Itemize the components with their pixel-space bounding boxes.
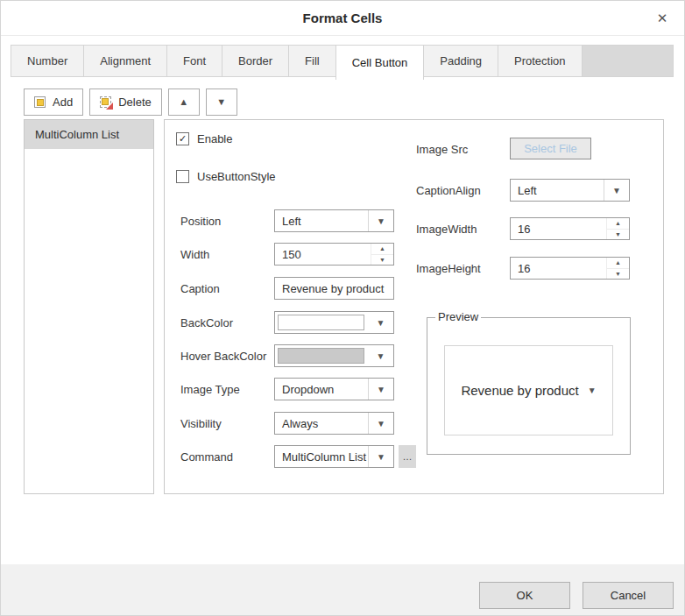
tab-cell-button[interactable]: Cell Button <box>335 45 425 80</box>
image-height-label: ImageHeight <box>416 262 481 275</box>
command-dropdown-arrow-button[interactable]: ▼ <box>368 446 393 467</box>
hover-backcolor-dropdown-arrow-button[interactable]: ▼ <box>368 345 393 366</box>
command-dropdown[interactable]: MultiColumn List ▼ <box>274 445 394 468</box>
check-icon: ✓ <box>179 134 187 144</box>
spin-up-icon: ▲ <box>615 259 621 266</box>
enable-label: Enable <box>197 132 232 145</box>
tab-alignment[interactable]: Alignment <box>84 46 167 76</box>
spin-up-icon: ▲ <box>379 245 385 251</box>
width-spin-down-button[interactable]: ▼ <box>371 255 393 266</box>
list-item-label: MultiColumn List <box>35 128 119 141</box>
tab-protection[interactable]: Protection <box>498 46 583 76</box>
image-width-spin-down-button[interactable]: ▼ <box>607 230 629 240</box>
position-label: Position <box>180 215 221 228</box>
hover-backcolor-swatch <box>278 348 364 364</box>
ok-button[interactable]: OK <box>479 582 570 609</box>
image-width-label: ImageWidth <box>416 223 477 236</box>
caption-field <box>274 277 394 300</box>
image-height-spin-up-button[interactable]: ▲ <box>607 258 629 269</box>
tab-fill[interactable]: Fill <box>289 46 336 76</box>
chevron-down-icon: ▼ <box>377 419 385 428</box>
enable-checkbox[interactable]: ✓ <box>176 132 189 145</box>
image-height-spin-buttons: ▲ ▼ <box>606 258 629 279</box>
width-label: Width <box>180 248 209 261</box>
chevron-down-icon: ▼ <box>377 216 385 226</box>
move-down-button[interactable]: ▼ <box>206 89 237 116</box>
image-width-spin-up-button[interactable]: ▲ <box>607 218 629 230</box>
list-toolbar: Add Delete ▲ ▼ <box>24 89 237 116</box>
backcolor-label: BackColor <box>180 316 233 329</box>
image-width-spinner: ▲ ▼ <box>510 217 630 240</box>
visibility-value: Always <box>275 413 368 434</box>
caption-align-value: Left <box>511 180 604 201</box>
backcolor-swatch <box>278 315 364 330</box>
chevron-down-icon: ▼ <box>377 385 385 394</box>
tab-padding[interactable]: Padding <box>424 46 498 76</box>
tab-font[interactable]: Font <box>167 46 222 76</box>
titlebar: Format Cells ✕ <box>1 1 684 36</box>
preview-group-legend: Preview <box>435 310 481 323</box>
spin-down-icon: ▼ <box>379 257 385 263</box>
backcolor-dropdown-arrow-button[interactable]: ▼ <box>368 312 393 333</box>
position-dropdown[interactable]: Left ▼ <box>274 209 394 232</box>
tab-number[interactable]: Number <box>11 46 84 76</box>
delete-button[interactable]: Delete <box>89 89 162 116</box>
chevron-down-icon: ▼ <box>377 318 385 328</box>
preview-cell-button[interactable]: Revenue by product ▼ <box>444 345 613 435</box>
visibility-dropdown-arrow-button[interactable]: ▼ <box>368 413 393 434</box>
hover-backcolor-label: Hover BackColor <box>180 350 266 363</box>
image-width-spin-buttons: ▲ ▼ <box>606 218 629 239</box>
command-label: Command <box>180 450 233 464</box>
spin-down-icon: ▼ <box>615 231 621 237</box>
chevron-down-icon: ▼ <box>377 351 385 361</box>
tab-border[interactable]: Border <box>222 46 289 76</box>
backcolor-picker[interactable]: ▼ <box>274 311 394 334</box>
enable-checkbox-row: ✓ Enable <box>176 132 232 145</box>
visibility-dropdown[interactable]: Always ▼ <box>274 412 394 435</box>
caption-align-dropdown[interactable]: Left ▼ <box>510 179 630 202</box>
image-height-input[interactable] <box>511 258 606 279</box>
image-src-label: Image Src <box>416 143 468 156</box>
add-button-label: Add <box>53 96 73 109</box>
move-up-button[interactable]: ▲ <box>168 89 200 116</box>
chevron-down-icon: ▼ <box>612 186 621 195</box>
hover-backcolor-picker[interactable]: ▼ <box>274 344 394 367</box>
image-height-spinner: ▲ ▼ <box>510 257 630 280</box>
width-spinner: ▲ ▼ <box>274 243 394 266</box>
cancel-button[interactable]: Cancel <box>583 582 674 609</box>
spin-down-icon: ▼ <box>615 271 621 277</box>
image-type-dropdown-arrow-button[interactable]: ▼ <box>368 379 393 400</box>
chevron-down-icon: ▼ <box>377 452 385 462</box>
usebuttonstyle-label: UseButtonStyle <box>197 170 276 183</box>
command-more-button[interactable]: … <box>399 445 416 468</box>
image-height-spin-down-button[interactable]: ▼ <box>607 269 629 280</box>
add-cell-icon <box>34 96 46 108</box>
image-width-input[interactable] <box>511 218 606 239</box>
caption-align-dropdown-arrow-button[interactable]: ▼ <box>604 180 629 201</box>
visibility-label: Visibility <box>180 417 222 430</box>
settings-panel: ✓ Enable UseButtonStyle Position Left ▼ … <box>164 119 664 494</box>
close-icon: ✕ <box>657 11 668 25</box>
arrow-down-icon: ▼ <box>216 97 226 107</box>
width-input[interactable] <box>275 244 371 265</box>
position-value: Left <box>275 210 368 231</box>
command-value: MultiColumn List <box>275 446 368 467</box>
tab-strip: Number Alignment Font Border Fill Cell B… <box>11 45 674 77</box>
preview-caption: Revenue by product <box>461 383 578 398</box>
select-file-button[interactable]: Select File <box>510 138 591 159</box>
usebuttonstyle-checkbox[interactable] <box>176 170 189 183</box>
spin-up-icon: ▲ <box>615 220 621 226</box>
delete-button-label: Delete <box>118 96 152 109</box>
position-dropdown-arrow-button[interactable]: ▼ <box>368 210 393 231</box>
caption-align-label: CaptionAlign <box>416 184 481 197</box>
ellipsis-icon: … <box>403 451 413 462</box>
image-type-value: Dropdown <box>275 379 368 400</box>
footer: OK Cancel <box>1 564 685 616</box>
caption-input[interactable] <box>275 278 393 299</box>
cell-button-list: MultiColumn List <box>24 119 154 494</box>
image-type-dropdown[interactable]: Dropdown ▼ <box>274 378 394 400</box>
list-item-multicolumn-list[interactable]: MultiColumn List <box>25 120 153 149</box>
width-spin-up-button[interactable]: ▲ <box>371 244 393 255</box>
add-button[interactable]: Add <box>24 89 83 116</box>
close-button[interactable]: ✕ <box>653 9 672 28</box>
